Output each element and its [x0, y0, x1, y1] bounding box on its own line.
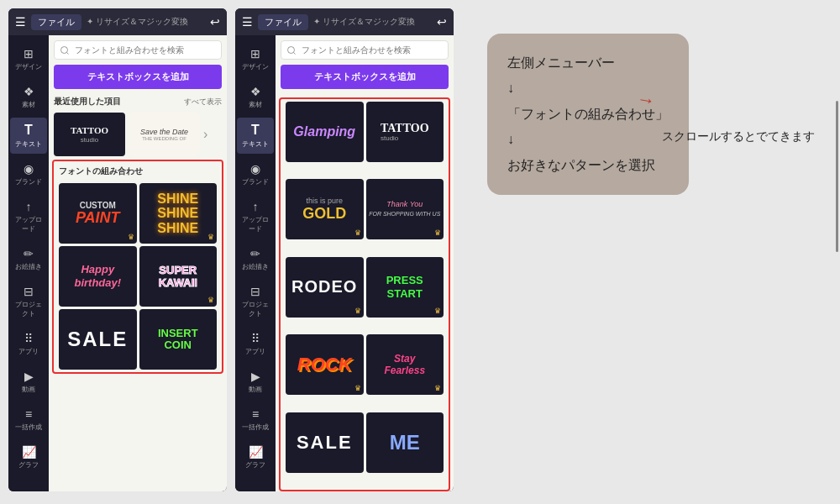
font-item-pure-gold[interactable]: this is pure GOLD ♛: [286, 179, 364, 239]
crown-badge-1: ♛: [128, 233, 134, 241]
hamburger-icon[interactable]: ☰: [15, 15, 26, 29]
sidebar2-item-batch[interactable]: ≡ 一括作成: [237, 402, 274, 437]
search-bar: [49, 35, 227, 65]
sidebar2-item-text[interactable]: T テキスト: [237, 118, 274, 154]
recent-tattoo-sub: studio: [71, 136, 108, 144]
sidebar-item-project[interactable]: ⊟ プロジェクト: [10, 280, 47, 323]
text-label: テキスト: [15, 139, 42, 149]
hamburger-icon-2[interactable]: ☰: [242, 15, 253, 29]
sidebar2-item-draw[interactable]: ✏ お絵描き: [237, 242, 274, 276]
sidebar-item-text[interactable]: T テキスト: [10, 118, 47, 154]
draw-label: お絵描き: [15, 262, 42, 271]
draw-icon: ✏: [24, 247, 34, 260]
sidebar2-item-design[interactable]: ⊞ デザイン: [237, 42, 274, 76]
graph-icon: 📈: [22, 445, 36, 459]
sidebar-item-brand[interactable]: ◉ ブランド: [10, 157, 47, 192]
rock-text: ROCK: [297, 354, 352, 375]
shine-text: SHINESHINESHINE: [157, 192, 198, 236]
recent-items: TATTOO studio Save the Date THE WEDDING …: [49, 109, 227, 160]
font-item-glamping[interactable]: Glamping: [286, 102, 364, 162]
scroll-text: スクロールするとでてきます: [662, 130, 815, 143]
sidebar-item-draw[interactable]: ✏ お絵描き: [10, 242, 47, 276]
font-item-happy-bday[interactable]: Happybirthday!: [59, 246, 137, 307]
project-icon: ⊟: [24, 285, 34, 298]
sidebar2-item-upload[interactable]: ↑ アップロード: [237, 195, 274, 239]
sidebar-item-design[interactable]: ⊞ デザイン: [10, 42, 47, 76]
sidebar2-item-video[interactable]: ▶ 動画: [237, 365, 274, 399]
search-input[interactable]: [54, 40, 222, 60]
sidebar2-item-brand[interactable]: ◉ ブランド: [237, 157, 274, 192]
file-button-2[interactable]: ファイル: [258, 14, 308, 30]
font-item-stay-fearless[interactable]: StayFearless ♛: [366, 334, 444, 395]
crown-badge-7: ♛: [434, 307, 441, 315]
graph-label: グラフ: [18, 460, 39, 470]
design-icon-2: ⊞: [250, 47, 260, 60]
sidebar-item-apps[interactable]: ⠿ アプリ: [10, 327, 47, 361]
video-icon-2: ▶: [251, 370, 260, 383]
upload-icon-2: ↑: [253, 200, 259, 213]
brand-icon-2: ◉: [250, 162, 260, 176]
panel-left: ☰ ファイル ✦ リサイズ＆マジック変換 ↩ ⊞ デザイン ❖ 素材 T テキス…: [8, 8, 227, 491]
search-input-2[interactable]: [281, 40, 449, 60]
font-item-insert-coin[interactable]: INSERTCOIN: [139, 309, 218, 370]
font-item-rodeo[interactable]: RODEO ♛: [286, 257, 364, 318]
sidebar-item-batch[interactable]: ≡ 一括作成: [10, 402, 47, 437]
pure-gold-text: this is pure GOLD: [302, 197, 346, 223]
font-item-thank-you[interactable]: Thank YouFOR SHOPPING WITH US ♛: [366, 179, 444, 239]
sidebar-right: ⊞ デザイン ❖ 素材 T テキスト ◉ ブランド ↑ アップロード: [235, 35, 276, 491]
panel2-body: ⊞ デザイン ❖ 素材 T テキスト ◉ ブランド ↑ アップロード: [235, 35, 454, 491]
font-item-sale[interactable]: SALE: [59, 309, 137, 370]
insert-coin-text: INSERTCOIN: [158, 328, 198, 352]
sidebar2-item-elements[interactable]: ❖ 素材: [237, 80, 274, 114]
panel1-body: ⊞ デザイン ❖ 素材 T テキスト ◉ ブランド ↑ アップロード: [8, 35, 227, 491]
press-start-text: PRESSSTART: [386, 274, 423, 300]
font-item-super-kawaii[interactable]: SUPERKAWAII ♛: [139, 246, 218, 307]
bubble-arrow-1: ↓: [507, 81, 514, 95]
brand-label: ブランド: [15, 177, 42, 186]
font-item-press-start[interactable]: PRESSSTART ♛: [366, 257, 444, 318]
batch-icon-2: ≡: [252, 407, 259, 421]
panel1-content: テキストボックスを追加 最近使用した項目 すべて表示 TATTOO studio: [49, 35, 227, 491]
sidebar2-item-project[interactable]: ⊟ プロジェクト: [237, 280, 274, 323]
rodeo-text: RODEO: [291, 277, 357, 297]
search-bar-2: [276, 35, 454, 65]
file-button[interactable]: ファイル: [31, 14, 81, 30]
sidebar-item-video[interactable]: ▶ 動画: [10, 365, 47, 399]
undo-icon[interactable]: ↩: [210, 15, 220, 29]
recent-item-savedate[interactable]: Save the Date THE WEDDING OF: [129, 113, 200, 156]
thank-you-text: Thank YouFOR SHOPPING WITH US: [369, 200, 440, 219]
font-grid: CUSTOM PAINT ♛ SHINESHINESHINE ♛: [54, 181, 222, 372]
resize-magic-label: ✦ リサイズ＆マジック変換: [87, 16, 188, 28]
sidebar2-item-apps[interactable]: ⠿ アプリ: [237, 327, 274, 361]
sidebar-item-graph[interactable]: 📈 グラフ: [10, 440, 47, 475]
undo-icon-2[interactable]: ↩: [437, 15, 447, 29]
recent-item-tattoo[interactable]: TATTOO studio: [54, 113, 125, 156]
font-item-shine[interactable]: SHINESHINESHINE ♛: [139, 183, 218, 244]
stay-fearless-text: StayFearless: [384, 353, 425, 377]
bubble-arrow-2: ↓: [507, 132, 514, 146]
elements-icon: ❖: [24, 85, 34, 98]
sale-text2: SALE: [297, 432, 353, 454]
font-item-rock[interactable]: ROCK ♛: [286, 334, 364, 395]
add-textbox-button-2[interactable]: テキストボックスを追加: [281, 65, 449, 89]
scroll-annotation: スクロールするとでてきます: [662, 129, 815, 144]
tattoo-sub: studio: [381, 134, 429, 142]
font-item-sale2[interactable]: SALE: [286, 412, 364, 473]
happy-bday-text: Happybirthday!: [74, 263, 121, 289]
sidebar-left: ⊞ デザイン ❖ 素材 T テキスト ◉ ブランド ↑ アップロード: [8, 35, 49, 491]
sidebar-item-elements[interactable]: ❖ 素材: [10, 80, 47, 114]
font-item-me[interactable]: ME: [366, 412, 444, 473]
panel-right: ☰ ファイル ✦ リサイズ＆マジック変換 ↩ ⊞ デザイン ❖ 素材 T テキス…: [235, 8, 454, 491]
crown-badge-3: ♛: [207, 296, 214, 304]
font-item-custom-paint[interactable]: CUSTOM PAINT ♛: [59, 183, 137, 244]
crown-badge-9: ♛: [434, 384, 441, 392]
annotation-panel: 左側メニューバー ↓ 「フォントの組み合わせ」 ↓ お好きなパターンを選択 → …: [462, 8, 832, 212]
sidebar2-item-graph[interactable]: 📈 グラフ: [237, 440, 274, 475]
add-textbox-button[interactable]: テキストボックスを追加: [54, 65, 222, 89]
sidebar-item-upload[interactable]: ↑ アップロード: [10, 195, 47, 239]
chevron-right-icon[interactable]: ›: [203, 127, 207, 142]
panel1-header: ☰ ファイル ✦ リサイズ＆マジック変換 ↩: [8, 8, 227, 35]
font-item-tattoo2[interactable]: TATTOO studio: [366, 102, 444, 162]
project-label: プロジェクト: [13, 300, 44, 318]
see-all-link[interactable]: すべて表示: [184, 97, 222, 108]
